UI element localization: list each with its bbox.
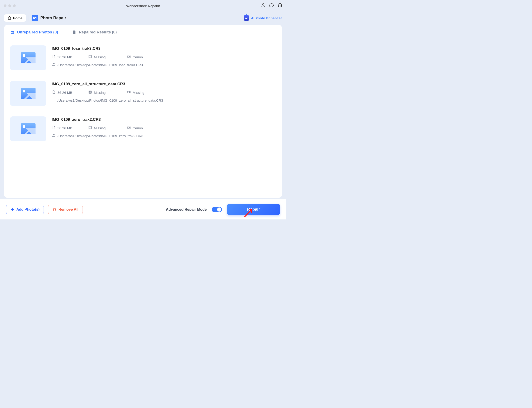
file-path: /Users/ws1/Desktop/Photos/IMG_0109_lose_… bbox=[57, 63, 143, 67]
image-broken-icon bbox=[10, 30, 15, 34]
file-row[interactable]: IMG_0109_zero_all_structure_data.CR3 36.… bbox=[10, 77, 276, 112]
ai-enhancer-label: AI Photo Enhancer bbox=[251, 16, 282, 20]
tab-repaired[interactable]: Repaired Results (0) bbox=[72, 30, 117, 39]
folder-icon bbox=[52, 98, 56, 102]
plus-icon bbox=[10, 207, 15, 212]
remove-all-label: Remove All bbox=[58, 207, 78, 212]
folder-icon bbox=[52, 62, 56, 67]
dimensions-icon bbox=[88, 126, 92, 130]
user-icon[interactable] bbox=[261, 3, 266, 9]
svg-point-4 bbox=[91, 56, 91, 56]
file-device: Canon bbox=[127, 126, 155, 130]
svg-point-9 bbox=[89, 91, 89, 92]
ai-robot-icon: AI bbox=[244, 15, 249, 21]
trash-icon bbox=[52, 207, 57, 212]
document-icon bbox=[72, 30, 77, 34]
svg-point-17 bbox=[89, 128, 89, 128]
folder-icon bbox=[52, 134, 56, 138]
photo-repair-icon bbox=[32, 15, 38, 21]
file-path: /Users/ws1/Desktop/Photos/IMG_0109_zero_… bbox=[57, 98, 163, 102]
svg-point-12 bbox=[91, 93, 91, 93]
svg-point-1 bbox=[34, 17, 34, 18]
image-placeholder-icon bbox=[21, 123, 35, 134]
add-photos-button[interactable]: Add Photo(s) bbox=[6, 205, 44, 214]
home-icon bbox=[7, 16, 11, 20]
file-row[interactable]: IMG_0109_lose_trak3.CR3 36.26 MB Missing… bbox=[10, 41, 276, 77]
svg-point-10 bbox=[91, 91, 91, 92]
image-placeholder-icon bbox=[21, 88, 35, 99]
image-placeholder-icon bbox=[21, 52, 35, 63]
advanced-repair-toggle[interactable] bbox=[212, 207, 222, 212]
navbar: Home Photo Repair AI AI Photo Enhancer bbox=[0, 11, 286, 23]
file-dimensions: Missing bbox=[88, 90, 123, 95]
window-controls[interactable] bbox=[4, 4, 16, 7]
svg-point-0 bbox=[262, 4, 264, 5]
dimensions-icon bbox=[88, 55, 92, 59]
file-info: IMG_0109_zero_all_structure_data.CR3 36.… bbox=[52, 81, 276, 106]
file-size: 36.26 MB bbox=[52, 126, 84, 130]
module-title: Photo Repair bbox=[40, 16, 66, 20]
svg-rect-13 bbox=[127, 91, 130, 93]
main-panel: Unrepaired Photos (3) Repaired Results (… bbox=[4, 25, 282, 198]
tab-unrepaired[interactable]: Unrepaired Photos (3) bbox=[10, 30, 58, 39]
tab-unrepaired-label: Unrepaired Photos (3) bbox=[17, 30, 58, 34]
file-info: IMG_0109_zero_trak2.CR3 36.26 MB Missing… bbox=[52, 116, 276, 141]
file-icon bbox=[52, 90, 56, 95]
add-photos-label: Add Photo(s) bbox=[16, 207, 39, 212]
minimize-window-icon[interactable] bbox=[8, 4, 11, 7]
titlebar: Wondershare Repairit bbox=[0, 0, 286, 11]
remove-all-button[interactable]: Remove All bbox=[48, 205, 83, 214]
support-icon[interactable] bbox=[277, 3, 282, 9]
file-name: IMG_0109_lose_trak3.CR3 bbox=[52, 46, 276, 51]
nav-divider bbox=[29, 15, 29, 21]
file-thumbnail bbox=[10, 116, 46, 141]
maximize-window-icon[interactable] bbox=[13, 4, 16, 7]
svg-point-3 bbox=[89, 56, 89, 56]
file-list: IMG_0109_lose_trak3.CR3 36.26 MB Missing… bbox=[4, 39, 282, 150]
tab-bar: Unrepaired Photos (3) Repaired Results (… bbox=[4, 25, 282, 39]
svg-point-15 bbox=[89, 127, 89, 127]
file-dimensions: Missing bbox=[88, 55, 123, 59]
file-icon bbox=[52, 55, 56, 59]
chat-icon[interactable] bbox=[269, 3, 274, 9]
svg-rect-7 bbox=[127, 56, 130, 57]
close-window-icon[interactable] bbox=[4, 4, 7, 7]
file-dimensions: Missing bbox=[88, 126, 123, 130]
file-name: IMG_0109_zero_trak2.CR3 bbox=[52, 117, 276, 122]
file-device: Canon bbox=[127, 55, 155, 59]
file-device: Missing bbox=[127, 90, 155, 95]
home-label: Home bbox=[13, 16, 23, 20]
svg-point-11 bbox=[89, 93, 89, 93]
file-thumbnail bbox=[10, 45, 46, 70]
advanced-repair-label: Advanced Repair Mode bbox=[166, 207, 207, 212]
repair-label: Repair bbox=[247, 207, 260, 212]
dimensions-icon bbox=[88, 90, 92, 95]
svg-rect-8 bbox=[89, 91, 91, 93]
svg-point-5 bbox=[89, 57, 89, 57]
file-size: 36.26 MB bbox=[52, 90, 84, 95]
file-row[interactable]: IMG_0109_zero_trak2.CR3 36.26 MB Missing… bbox=[10, 112, 276, 148]
file-name: IMG_0109_zero_all_structure_data.CR3 bbox=[52, 82, 276, 86]
svg-point-6 bbox=[91, 57, 91, 57]
tab-repaired-label: Repaired Results (0) bbox=[79, 30, 117, 34]
app-title: Wondershare Repairit bbox=[126, 4, 160, 8]
footer: Add Photo(s) Remove All Advanced Repair … bbox=[0, 199, 286, 220]
file-thumbnail bbox=[10, 81, 46, 106]
home-button[interactable]: Home bbox=[4, 14, 26, 22]
svg-point-16 bbox=[91, 127, 91, 127]
repair-button[interactable]: Repair bbox=[227, 204, 280, 215]
svg-point-18 bbox=[91, 128, 91, 128]
svg-rect-19 bbox=[127, 127, 130, 128]
file-icon bbox=[52, 126, 56, 130]
file-path: /Users/ws1/Desktop/Photos/IMG_0109_zero_… bbox=[57, 134, 143, 138]
ai-photo-enhancer-link[interactable]: AI AI Photo Enhancer bbox=[244, 15, 282, 21]
camera-icon bbox=[127, 90, 131, 95]
svg-rect-2 bbox=[89, 55, 91, 58]
camera-icon bbox=[127, 55, 131, 59]
file-info: IMG_0109_lose_trak3.CR3 36.26 MB Missing… bbox=[52, 45, 276, 70]
svg-rect-14 bbox=[89, 126, 91, 129]
file-size: 36.26 MB bbox=[52, 55, 84, 59]
camera-icon bbox=[127, 126, 131, 130]
